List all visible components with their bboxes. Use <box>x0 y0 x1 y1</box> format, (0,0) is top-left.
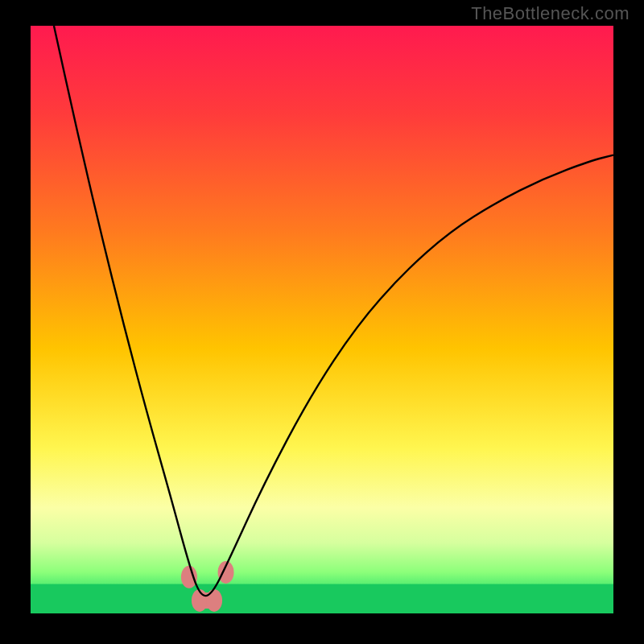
pink-blob-left <box>181 566 197 588</box>
watermark-text: TheBottleneck.com <box>471 3 630 24</box>
gradient-background <box>31 26 613 613</box>
bottleneck-plot <box>0 0 644 644</box>
green-floor-band <box>31 584 613 614</box>
pink-blob-floor-2 <box>206 589 222 612</box>
app-frame: TheBottleneck.com <box>0 0 644 644</box>
